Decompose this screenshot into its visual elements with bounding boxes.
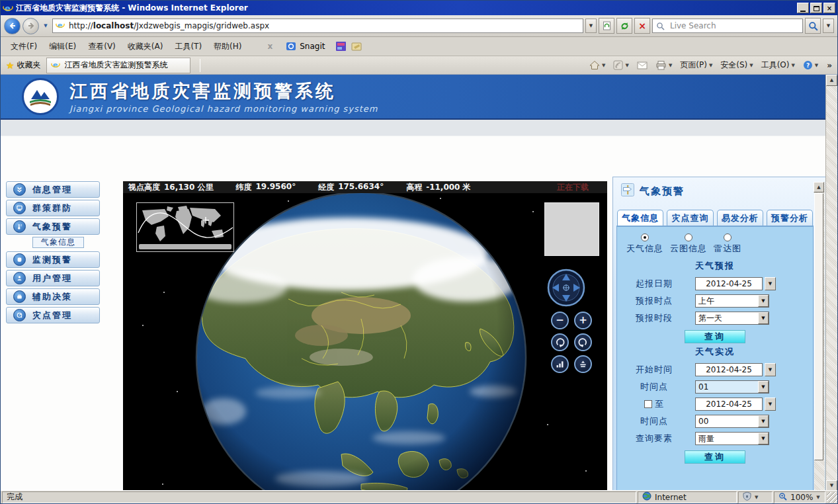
actual-start-input[interactable]: 2012-04-25: [695, 363, 763, 376]
forecast-date-dropdown-icon[interactable]: ▼: [765, 277, 776, 290]
maximize-button[interactable]: [810, 3, 822, 13]
compatibility-view-button[interactable]: [599, 18, 614, 34]
security-menu-button[interactable]: 安全(S) ▼: [718, 58, 755, 72]
snagit-icon: [286, 41, 296, 52]
chevron-down-icon[interactable]: ▼: [758, 415, 769, 427]
forecast-date-input[interactable]: 2012-04-25: [695, 277, 763, 290]
forecast-time-select[interactable]: 上午▼: [695, 294, 769, 308]
menu-tools[interactable]: 工具(T): [169, 38, 208, 55]
toolbar-close-icon[interactable]: x: [267, 42, 272, 51]
zoom-in-button[interactable]: +: [574, 312, 592, 329]
query-element-select[interactable]: 雨量▼: [695, 432, 769, 445]
sidebar: 信息管理 群策群防 气象预警 气象信息: [6, 181, 100, 325]
to-checkbox[interactable]: [644, 400, 652, 408]
read-mail-button[interactable]: [635, 60, 649, 71]
address-dropdown-button[interactable]: ▼: [585, 19, 597, 33]
radio-icon[interactable]: [641, 233, 649, 241]
protected-mode-cell[interactable]: ▼: [738, 491, 773, 503]
address-input[interactable]: e http://localhost/Jxdzwebgis_mapgis/gri…: [52, 19, 583, 33]
command-overflow-button[interactable]: »: [824, 61, 835, 70]
sidebar-item-user-mgmt[interactable]: 用户管理: [6, 270, 100, 286]
actual-query-button[interactable]: 查询: [685, 450, 745, 464]
tilt-up-button[interactable]: [551, 355, 569, 373]
chevron-down-icon[interactable]: ▼: [758, 312, 769, 324]
resize-grip[interactable]: [827, 492, 837, 503]
end-hour-select[interactable]: 00▼: [695, 415, 769, 428]
tab-susceptibility-analysis[interactable]: 易发分析: [717, 210, 763, 226]
tools-menu-button[interactable]: 工具(O) ▼: [759, 58, 797, 72]
overview-map-inset[interactable]: [136, 202, 234, 252]
pan-compass-control[interactable]: [547, 269, 585, 307]
scroll-up-icon[interactable]: ▲: [814, 182, 824, 192]
snagit-button[interactable]: Snagit: [282, 40, 329, 53]
latitude-value: 19.9560°: [255, 182, 296, 193]
sidebar-submenu-weather-info[interactable]: 气象信息: [32, 237, 84, 248]
tab-hazard-query[interactable]: 灾点查询: [667, 210, 713, 226]
chevron-down-icon[interactable]: ▼: [758, 381, 769, 393]
radio-weather-info[interactable]: 天气信息: [626, 233, 663, 255]
sidebar-item-decision-support[interactable]: 辅助决策: [6, 288, 100, 305]
tilt-reset-button[interactable]: [574, 355, 592, 373]
forecast-period-select[interactable]: 第一天▼: [695, 312, 769, 325]
history-dropdown-button[interactable]: ▼: [41, 19, 50, 32]
globe-map-canvas[interactable]: 视点高度16,130 公里 纬度19.9560° 经度175.6634° 高程-…: [123, 181, 607, 491]
zoom-level-cell[interactable]: 100% ▼: [774, 491, 825, 503]
chevron-down-icon[interactable]: ▼: [758, 433, 769, 444]
page-menu-button[interactable]: 页面(P) ▼: [678, 58, 714, 72]
snagit-editor-icon[interactable]: [351, 41, 362, 52]
zoom-out-button[interactable]: −: [551, 312, 569, 329]
radio-icon[interactable]: [685, 233, 692, 241]
tab-weather-info[interactable]: 气象信息: [617, 210, 663, 226]
tab-warning-analysis[interactable]: 预警分析: [767, 210, 813, 226]
close-button[interactable]: ×: [823, 3, 835, 13]
stop-button[interactable]: ×: [634, 18, 650, 34]
actual-to-dropdown-icon[interactable]: ▼: [765, 398, 776, 411]
scroll-up-icon[interactable]: ▲: [826, 75, 837, 86]
loading-status-text: 正在下载: [557, 182, 589, 193]
actual-to-input[interactable]: 2012-04-25: [695, 398, 763, 411]
menu-view[interactable]: 查看(V): [82, 38, 122, 55]
menu-favorites[interactable]: 收藏夹(A): [122, 38, 169, 55]
start-hour-select[interactable]: 01▼: [695, 380, 769, 394]
live-search-input[interactable]: Live Search: [652, 19, 803, 33]
minimize-button[interactable]: [797, 3, 809, 13]
feeds-button[interactable]: ▼: [611, 59, 630, 71]
url-path: /Jxdzwebgis_mapgis/gridweb.aspx: [134, 21, 269, 30]
menu-file[interactable]: 文件(F): [5, 38, 43, 55]
sidebar-item-weather-warning[interactable]: 气象预警: [6, 218, 100, 235]
radio-cloud-image[interactable]: 云图信息: [670, 233, 707, 255]
sidebar-item-group-defense[interactable]: 群策群防: [6, 200, 100, 216]
forecast-query-button[interactable]: 查询: [685, 330, 745, 343]
browser-tab[interactable]: e 江西省地质灾害监测预警系统: [46, 58, 190, 73]
actual-start-dropdown-icon[interactable]: ▼: [765, 363, 776, 376]
radio-radar-image[interactable]: 雷达图: [714, 233, 741, 255]
status-bar: 完成 Internet ▼ 100% ▼: [1, 490, 837, 503]
snagit-label: Snagit: [300, 42, 325, 51]
print-button[interactable]: ▼: [653, 59, 674, 71]
chevron-down-icon[interactable]: ▼: [758, 295, 769, 307]
sidebar-item-info-mgmt[interactable]: 信息管理: [6, 181, 100, 198]
forward-button[interactable]: [22, 18, 39, 34]
home-button[interactable]: ▼: [587, 59, 607, 71]
snagit-capture-icon[interactable]: [335, 41, 346, 52]
page-vertical-scrollbar[interactable]: ▲ ▼: [825, 75, 837, 491]
panel-vertical-scrollbar[interactable]: ▲ ▼: [814, 182, 825, 491]
favorites-button[interactable]: ★ 收藏夹: [3, 60, 46, 71]
chevron-down-icon: ▼: [816, 495, 819, 500]
svg-text:e: e: [58, 21, 63, 30]
help-menu-button[interactable]: ? ▼: [801, 59, 820, 71]
scrollbar-thumb[interactable]: [814, 193, 823, 460]
site-logo-icon: [22, 78, 59, 115]
search-options-dropdown[interactable]: ▼: [823, 19, 834, 33]
rotate-left-button[interactable]: [551, 333, 569, 351]
radio-icon[interactable]: [724, 233, 732, 241]
rotate-right-button[interactable]: [574, 333, 592, 351]
signpost-icon: [621, 183, 634, 199]
sidebar-item-hazard-point-mgmt[interactable]: 灾点管理: [6, 307, 100, 323]
sidebar-item-monitor-warning[interactable]: 监测预警: [6, 251, 100, 268]
menu-edit[interactable]: 编辑(E): [43, 38, 82, 55]
back-button[interactable]: [4, 18, 21, 34]
refresh-button[interactable]: [616, 18, 632, 34]
menu-help[interactable]: 帮助(H): [208, 38, 247, 55]
search-button[interactable]: [805, 18, 821, 34]
